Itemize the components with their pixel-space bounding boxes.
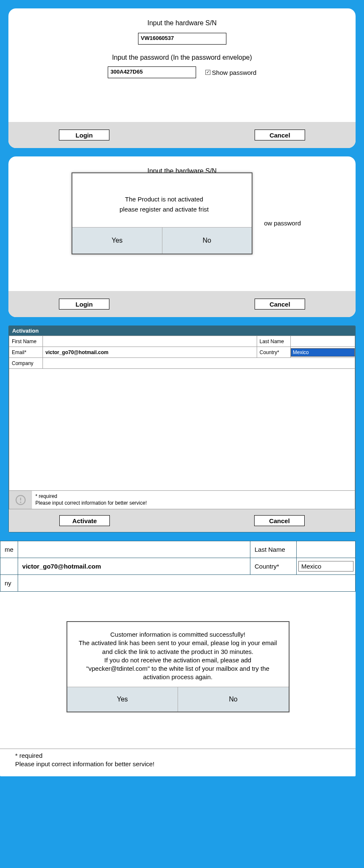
pwd-label: Input the password (In the password enve… xyxy=(17,54,347,61)
email-label: Email* xyxy=(9,347,43,358)
success-line2: The activated link has been sent to your… xyxy=(76,639,280,656)
last-name-input[interactable] xyxy=(290,336,355,347)
sn-input[interactable]: VW16060537 xyxy=(138,33,226,45)
login-panel-2: Input the hardware S/N ow password The P… xyxy=(8,156,356,317)
modal-no-button[interactable]: No xyxy=(162,228,252,254)
country-select[interactable]: Mexico xyxy=(291,348,355,357)
success-line1: Customer information is committed succes… xyxy=(76,630,280,639)
activation-prompt-modal: The Product is not activated please regi… xyxy=(72,172,252,254)
login-button[interactable]: Login xyxy=(59,299,109,310)
show-password-partial: ow password xyxy=(264,220,301,227)
activation-title: Activation xyxy=(9,326,355,336)
cancel-button[interactable]: Cancel xyxy=(255,299,305,310)
country-label: Country* xyxy=(257,347,290,358)
show-password-checkbox[interactable]: ✓ xyxy=(205,70,210,75)
success-yes-button[interactable]: Yes xyxy=(67,687,178,712)
login-button[interactable]: Login xyxy=(59,130,109,140)
company-label: Company xyxy=(9,358,43,369)
last-name-input[interactable] xyxy=(297,541,356,558)
first-name-label-partial: me xyxy=(0,541,18,558)
success-line3: If you do not receive the activation ema… xyxy=(76,656,280,682)
last-name-label: Last Name xyxy=(250,541,297,558)
sn-label: Input the hardware S/N xyxy=(17,19,347,27)
cancel-button[interactable]: Cancel xyxy=(255,130,305,140)
company-input[interactable] xyxy=(43,358,355,369)
first-name-input[interactable] xyxy=(18,541,250,558)
pwd-input[interactable]: 300A427D65 xyxy=(108,66,196,78)
required-label: * required xyxy=(15,752,351,760)
first-name-label: First Name xyxy=(9,336,43,347)
show-password-label: Show password xyxy=(212,69,257,76)
email-input[interactable]: victor_go70@hotmail.com xyxy=(43,347,257,358)
last-name-label: Last Name xyxy=(257,336,290,347)
activate-button[interactable]: Activate xyxy=(59,515,110,526)
first-name-input[interactable] xyxy=(43,336,257,347)
modal-yes-button[interactable]: Yes xyxy=(72,228,162,254)
email-value[interactable]: victor_go70@hotmail.com xyxy=(18,558,250,575)
required-hint: Please input correct information for bet… xyxy=(15,760,351,768)
company-input[interactable] xyxy=(18,575,355,592)
info-icon xyxy=(9,491,32,509)
activation-blank-area xyxy=(9,369,355,491)
success-no-button[interactable]: No xyxy=(178,687,289,712)
country-label: Country* xyxy=(250,558,297,575)
required-hint: Please input correct information for bet… xyxy=(35,500,351,507)
modal-msg-line2: please register and activate frist xyxy=(89,204,239,214)
company-label-partial: ny xyxy=(0,575,18,592)
country-select[interactable]: Mexico xyxy=(298,561,353,572)
svg-point-2 xyxy=(20,502,21,502)
activation-panel: Activation First Name Last Name Email* v… xyxy=(8,326,356,532)
login-panel-1: Input the hardware S/N VW16060537 Input … xyxy=(8,8,356,148)
required-label: * required xyxy=(35,493,351,500)
activation-success-panel: me Last Name victor_go70@hotmail.com Cou… xyxy=(0,541,356,776)
modal-msg-line1: The Product is not activated xyxy=(89,194,239,204)
cancel-button[interactable]: Cancel xyxy=(254,515,305,526)
success-modal: Customer information is committed succes… xyxy=(66,621,290,712)
